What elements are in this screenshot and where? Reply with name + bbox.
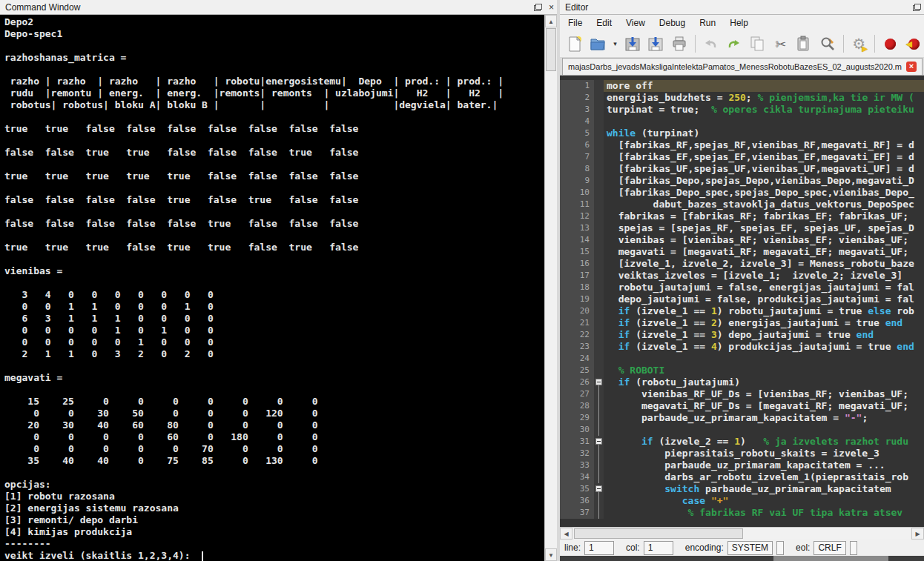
code-line[interactable]: 18 robotu_jautajumi = false, energijas_j…	[560, 282, 924, 293]
menu-help[interactable]: Help	[730, 18, 748, 28]
toggle-breakpoint-icon[interactable]	[880, 33, 901, 54]
collapse-icon[interactable]	[595, 485, 602, 492]
code-line[interactable]: 15 megavati = [megavati_RF; megavati_EF;…	[560, 246, 924, 258]
code-line[interactable]: 8 [fabrikas_UF,spejas_UF,vienibas_UF,meg…	[560, 163, 924, 175]
code-line[interactable]: 16 [izvele_1, izvele_2, izvele_3] = Mene…	[560, 258, 924, 270]
code-line[interactable]: 20 if (izvele_1 == 1) robotu_jautajumi =…	[560, 305, 924, 317]
code-token: megavati_RF_UF_Ds = [megavati_RF; megava…	[607, 400, 908, 411]
menu-view[interactable]: View	[626, 18, 645, 28]
undo-icon[interactable]	[701, 33, 722, 54]
code-line[interactable]: 19 depo_jautajumi = false, produkcijas_j…	[560, 293, 924, 305]
code-line[interactable]: 34 darbs_ar_robotu_izvelem_1(pieprasitai…	[560, 471, 924, 483]
code-line[interactable]: 37 % fabrikas RF vai UF tipa katra atsev	[560, 507, 924, 519]
code-line[interactable]: 25 % ROBOTI	[560, 365, 924, 376]
code-line[interactable]: 14 vienibas = [vienibas_RF; vienibas_EF;…	[560, 234, 924, 246]
print-icon[interactable]	[669, 33, 690, 54]
code-line[interactable]: 30	[560, 424, 924, 436]
code-line[interactable]: 29 parbaude_uz_primaram_kapacitatem = "-…	[560, 412, 924, 424]
line-number: 22	[560, 329, 594, 341]
code-line[interactable]: 6 [fabrikas_RF,spejas_RF,vienibas_RF,meg…	[560, 139, 924, 151]
scrollbar-thumb[interactable]	[574, 528, 743, 539]
code-token: ) depo_jautajumi = true	[717, 329, 857, 340]
editor-tab[interactable]: majasDarbs_jevadsMaksligaIntelektaPamato…	[562, 58, 923, 75]
open-file-icon[interactable]	[588, 33, 609, 54]
code-line[interactable]: 35 switch parbaude_uz_primaram_kapacitat…	[560, 483, 924, 495]
editor-horizontal-scrollbar[interactable]: ◀ ▶	[560, 527, 924, 540]
fold-column	[594, 163, 604, 175]
line-number: 9	[560, 175, 594, 187]
fold-toggle[interactable]	[594, 436, 604, 448]
code-line[interactable]: 21 if (izvele_1 == 2) energijas_jautajum…	[560, 317, 924, 329]
scrollbar-thumb[interactable]	[546, 28, 556, 71]
command-window-output[interactable]: Depo2Depo-spec1 razhoshanas_matrica = ra…	[0, 15, 544, 561]
scroll-up-icon[interactable]: ▲	[545, 15, 557, 27]
menu-debug[interactable]: Debug	[659, 18, 685, 28]
code-line[interactable]: 9 [fabrikas_Depo,spejas_Depo,vienibas_De…	[560, 175, 924, 187]
code-line[interactable]: 31 if (izvele_2 == 1) % ja izvelets razh…	[560, 436, 924, 448]
save-file-icon[interactable]	[622, 33, 643, 54]
code-line[interactable]: 32 pieprasitais_robotu_skaits = izvele_3	[560, 448, 924, 459]
code-text: spejas = [spejas_RF, spejas_EF, spejas_U…	[604, 222, 924, 234]
undock-icon[interactable]	[534, 4, 542, 11]
code-token: if	[618, 376, 630, 388]
code-text: if (izvele_1 == 2) energijas_jautajumi =…	[604, 317, 924, 329]
code-token: switch	[664, 483, 699, 494]
menu-edit[interactable]: Edit	[596, 18, 612, 28]
code-line[interactable]: 13 spejas = [spejas_RF, spejas_EF, speja…	[560, 222, 924, 234]
cut-icon[interactable]: ✂	[770, 33, 791, 54]
code-line[interactable]: 10 [fabrikas_Depo_spec,spejas_Depo_spec,…	[560, 187, 924, 199]
code-line[interactable]: 7 [fabrikas_EF,spejas_EF,vienibas_EF,meg…	[560, 151, 924, 163]
menu-run[interactable]: Run	[699, 18, 716, 28]
line-number: 19	[560, 293, 594, 305]
scroll-right-icon[interactable]: ▶	[911, 528, 924, 540]
code-line[interactable]: 28 megavati_RF_UF_Ds = [megavati_RF; meg…	[560, 400, 924, 412]
collapse-icon[interactable]	[595, 379, 602, 385]
find-and-replace-icon[interactable]	[817, 33, 838, 54]
code-token: [fabrikas_RF,spejas_RF,vienibas_RF,megav…	[607, 139, 914, 150]
close-icon[interactable]: ×	[549, 3, 554, 12]
copy-icon[interactable]	[748, 33, 768, 54]
collapse-icon[interactable]	[595, 438, 602, 445]
code-token	[607, 436, 641, 447]
window-resize-handle[interactable]	[773, 556, 888, 561]
fold-toggle[interactable]	[594, 483, 604, 495]
code-line[interactable]: 11 dabut_bazes_stavoklja_datus_vektorus_…	[560, 199, 924, 210]
code-line[interactable]: 27 vienibas_RF_UF_Ds = [vienibas_RF; vie…	[560, 388, 924, 400]
code-line[interactable]: 12 fabrikas = [fabrikas_RF; fabrikas_EF;…	[560, 210, 924, 222]
cmd-line: robotus| robotus| bloku A| bloku B | | |…	[4, 99, 544, 111]
fold-toggle[interactable]	[594, 376, 604, 388]
tab-close-icon[interactable]: ×	[906, 62, 917, 72]
code-line[interactable]: 17 veiktas_izveles = [izvele_1; izvele_2…	[560, 270, 924, 282]
cmd-input-line[interactable]: veikt izveli (skaitlis 1,2,3,4):	[4, 550, 544, 561]
cmd-line: 0 0 0 0 1 0 1 0 0	[4, 325, 544, 336]
menu-file[interactable]: File	[568, 18, 582, 28]
code-line[interactable]: 2energijas_budzhets = 250; % pienjemsim,…	[560, 92, 924, 104]
paste-icon[interactable]	[794, 33, 815, 54]
code-line[interactable]: 33 parbaude_uz_primaram_kapacitatem = ..…	[560, 459, 924, 471]
previous-breakpoint-icon[interactable]: ◀	[903, 33, 924, 54]
status-encoding-label: encoding:	[685, 542, 724, 553]
run-file-icon[interactable]: ⚙▶	[849, 33, 870, 54]
scroll-down-icon[interactable]: ▼	[545, 548, 557, 561]
open-dropdown-icon[interactable]: ▾	[611, 33, 619, 54]
cmd-line: 3 4 0 0 0 0 0 0 0	[4, 289, 544, 301]
window-bottom-edge	[560, 556, 924, 561]
code-line[interactable]: 4	[560, 116, 924, 127]
code-line[interactable]: 36 case "+"	[560, 495, 924, 507]
new-script-icon[interactable]	[564, 33, 585, 54]
command-window-scrollbar[interactable]: ▲ ▼	[544, 15, 557, 561]
fold-column	[594, 495, 604, 507]
code-line[interactable]: 24	[560, 353, 924, 365]
scroll-left-icon[interactable]: ◀	[560, 528, 572, 540]
code-line[interactable]: 23 if (izvele_1 == 4) produkcijas_jautaj…	[560, 341, 924, 353]
code-line[interactable]: 1more off	[560, 80, 924, 92]
save-file-as-icon[interactable]	[646, 33, 667, 54]
code-line[interactable]: 5while (turpinat)	[560, 127, 924, 139]
code-line[interactable]: 3turpinat = true; % operes cikla turpina…	[560, 104, 924, 116]
status-line-label: line:	[564, 542, 581, 553]
code-line[interactable]: 26 if (robotu_jautajumi)	[560, 376, 924, 388]
code-line[interactable]: 22 if (izvele_1 == 3) depo_jautajumi = t…	[560, 329, 924, 341]
redo-icon[interactable]	[724, 33, 745, 54]
undock-icon[interactable]	[913, 4, 921, 11]
code-editor[interactable]: 1more off2energijas_budzhets = 250; % pi…	[560, 76, 924, 527]
